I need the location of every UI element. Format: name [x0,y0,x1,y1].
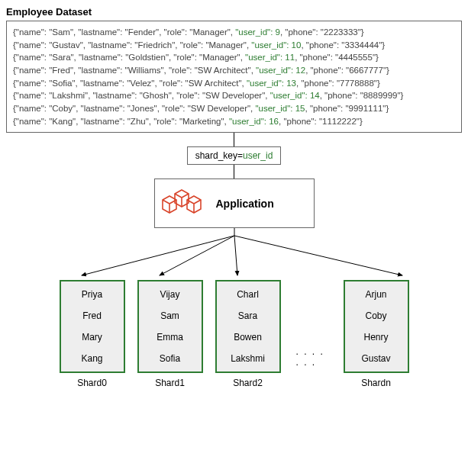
distribution-arrows [21,228,448,281]
application-label: Application [216,198,274,210]
shard-item: Emma [157,332,183,343]
svg-line-1 [82,236,234,275]
dataset-record: {"name": "Fred", "lastname": "Williams",… [13,64,455,77]
shard-box: CharlSaraBowenLakshmi [215,280,281,373]
shard-box: ArjunCobyHenryGustav [344,280,409,373]
shard-item: Sofia [160,353,180,364]
shard-column: VijaySamEmmaSofiaShard1 [137,280,203,388]
connector-line [234,133,234,146]
shard-column: PriyaFredMaryKangShard0 [60,280,125,388]
shard-item: Coby [365,310,386,321]
cubes-icon [161,185,205,221]
svg-line-4 [234,236,402,275]
dataset-record: {"name": "Lakshmi", "lastname": "Ghosh",… [13,89,455,102]
dataset-record: {"name": "Gustav", "lastname": "Friedric… [13,39,455,52]
shard-item: Charl [237,289,259,300]
shard-item: Lakshmi [231,353,265,364]
shard-box: PriyaFredMaryKang [60,280,125,373]
svg-line-2 [160,236,234,275]
svg-line-3 [234,236,237,275]
shard-item: Priya [82,289,102,300]
shard-key-label: shard_key= [195,150,243,161]
shard-item: Vijay [160,289,180,300]
shard-label: Shard1 [137,378,203,388]
shard-box: VijaySamEmmaSofia [137,280,203,373]
shard-key-box: shard_key=user_id [187,146,282,165]
shard-key-value: user_id [243,150,273,161]
dataset-record: {"name": "Kang", "lastname": "Zhu", "rol… [13,115,455,128]
ellipsis: . . . . . . . [293,301,331,368]
shard-item: Henry [363,332,388,343]
dataset-record: {"name": "Sam", "lastname": "Fender", "r… [13,26,455,39]
shard-column: ArjunCobyHenryGustavShardn [344,280,409,388]
shards-row: PriyaFredMaryKangShard0VijaySamEmmaSofia… [6,280,462,388]
shard-column: CharlSaraBowenLakshmiShard2 [215,280,281,388]
connector-line [234,165,234,178]
shard-item: Kang [81,353,102,364]
dataset-record: {"name": "Coby", "lastname": "Jones", "r… [13,102,455,115]
dataset-title: Employee Dataset [6,6,462,18]
shard-label: Shard2 [215,378,281,388]
dataset-record: {"name": "Sofia", "lastname": "Velez", "… [13,77,455,90]
dataset-record: {"name": "Sara", "lastname": "Goldstien"… [13,51,455,64]
shard-item: Sara [238,310,257,321]
shard-label: Shard0 [60,378,125,388]
shard-item: Sam [160,310,179,321]
shard-item: Mary [82,332,102,343]
shard-label: Shardn [344,378,409,388]
shard-item: Gustav [361,353,390,364]
shard-item: Fred [82,310,102,321]
shard-item: Bowen [234,332,262,343]
application-box: Application [154,178,315,228]
shard-item: Arjun [365,289,386,300]
dataset-box: {"name": "Sam", "lastname": "Fender", "r… [6,21,462,133]
